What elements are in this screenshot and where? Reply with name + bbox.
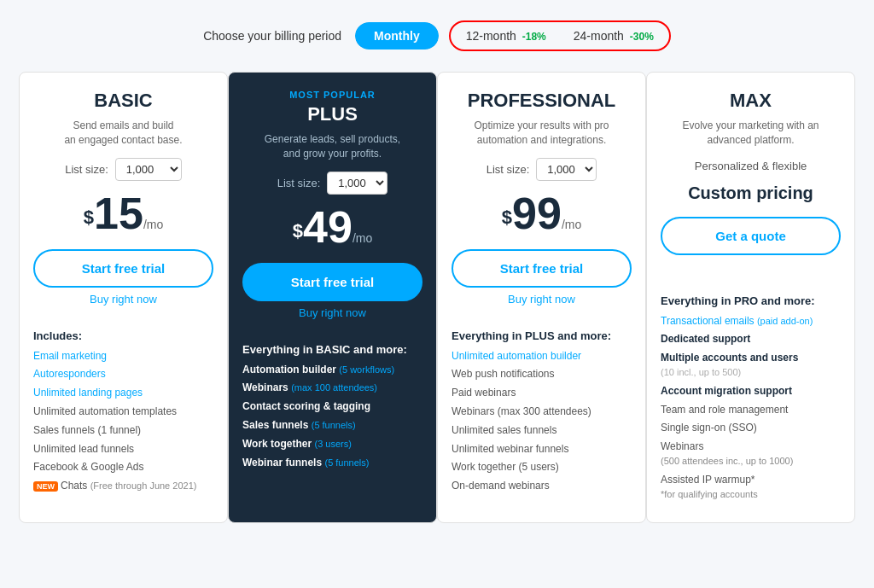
list-size-label-pro: List size: (487, 163, 530, 176)
cta-plus-trial[interactable]: Start free trial (242, 263, 422, 301)
feature-plus-1: Automation builder (5 workflows) (242, 363, 422, 377)
feature-pro-8: On-demand webinars (452, 479, 632, 493)
plan-professional-price: $99/mo (452, 191, 632, 236)
feature-max-2: Dedicated support (661, 332, 841, 346)
feature-max-7: Webinars(500 attendees inc., up to 1000) (661, 440, 841, 469)
feature-pro-2: Web push notifications (452, 367, 632, 381)
most-popular-badge: MOST POPULAR (242, 90, 422, 100)
feature-basic-8: NEWChats (Free through June 2021) (33, 479, 213, 493)
feature-max-3: Multiple accounts and users(10 incl., up… (661, 351, 841, 380)
features-plus: Everything in BASIC and more: Automation… (242, 343, 422, 506)
plan-plus-description: Generate leads, sell products,and grow y… (242, 132, 422, 161)
plan-professional-list-size: List size: 1,000 2,500 5,000 (452, 158, 632, 181)
list-size-select-plus[interactable]: 1,000 2,500 5,000 (327, 172, 387, 195)
feature-basic-3: Unlimited landing pages (33, 386, 213, 400)
billing-monthly-button[interactable]: Monthly (355, 22, 439, 49)
plan-basic-description: Send emails and buildan engaged contact … (33, 119, 213, 148)
price-amount-pro: 99 (512, 189, 562, 238)
list-size-label-plus: List size: (277, 177, 321, 189)
cta-basic-trial[interactable]: Start free trial (33, 249, 213, 288)
billing-24month-label: 24-month (574, 29, 624, 43)
plan-plus: MOST POPULAR PLUS Generate leads, sell p… (228, 72, 437, 523)
plan-professional-description: Optimize your results with proautomation… (452, 119, 632, 148)
feature-pro-6: Unlimited webinar funnels (452, 442, 632, 457)
billing-alt-options: 12-month -18% 24-month -30% (449, 20, 671, 51)
plan-plus-name: PLUS (242, 103, 422, 125)
feature-max-6: Single sign-on (SSO) (661, 421, 841, 435)
feature-plus-4: Sales funnels (5 funnels) (242, 418, 422, 433)
plan-basic: BASIC Send emails and buildan engaged co… (19, 72, 228, 523)
buy-link-basic[interactable]: Buy right now (33, 293, 213, 306)
billing-label: Choose your billing period (203, 29, 341, 43)
plans-container: BASIC Send emails and buildan engaged co… (19, 72, 855, 523)
price-currency-pro: $ (502, 206, 512, 227)
feature-pro-1: Unlimited automation builder (452, 349, 632, 364)
features-basic: Includes: Email marketing Autoresponders… (33, 329, 213, 506)
features-header-basic: Includes: (33, 329, 213, 342)
plan-max-custom-price: Custom pricing (661, 183, 841, 203)
plan-professional: PROFESSIONAL Optimize your results with … (437, 72, 646, 523)
feature-pro-4: Webinars (max 300 attendees) (452, 405, 632, 419)
feature-max-1: Transactional emails (paid add-on) (661, 314, 841, 329)
plan-basic-list-size: List size: 1,000 2,500 5,000 10,000 (33, 158, 213, 181)
feature-basic-6: Unlimited lead funnels (33, 442, 213, 457)
plan-plus-list-size: List size: 1,000 2,500 5,000 (242, 172, 422, 195)
price-period-pro: /mo (562, 218, 581, 231)
plan-max-personalized: Personalized & flexible (695, 160, 807, 172)
price-currency-plus: $ (293, 219, 303, 241)
billing-12month-label: 12-month (466, 29, 516, 43)
plan-max-name: MAX (661, 90, 841, 112)
plan-max-description: Evolve your marketing with anadvanced pl… (661, 119, 841, 148)
cta-max-quote[interactable]: Get a quote (661, 217, 841, 255)
feature-basic-5: Sales funnels (1 funnel) (33, 423, 213, 438)
plan-max: MAX Evolve your marketing with anadvance… (646, 72, 855, 523)
buy-link-plus[interactable]: Buy right now (242, 306, 422, 319)
feature-basic-2: Autoresponders (33, 367, 213, 381)
billing-12month-discount: -18% (522, 31, 546, 43)
list-size-select-pro[interactable]: 1,000 2,500 5,000 (536, 158, 597, 181)
feature-pro-7: Work together (5 users) (452, 460, 632, 474)
plan-basic-name: BASIC (33, 90, 213, 112)
feature-basic-1: Email marketing (33, 349, 213, 364)
price-period-basic: /mo (143, 218, 163, 231)
price-period-plus: /mo (353, 231, 372, 245)
cta-pro-trial[interactable]: Start free trial (452, 249, 632, 288)
features-max: Everything in PRO and more: Transactiona… (661, 294, 841, 506)
buy-link-pro[interactable]: Buy right now (452, 293, 632, 306)
feature-max-4: Account migration support (661, 384, 841, 399)
feature-max-8: Assisted IP warmup**for qualifying accou… (661, 473, 841, 502)
feature-pro-3: Paid webinars (452, 386, 632, 400)
price-amount-basic: 15 (94, 189, 143, 238)
feature-plus-5: Work together (3 users) (242, 437, 422, 451)
plan-plus-price: $49/mo (242, 205, 422, 249)
list-size-select-basic[interactable]: 1,000 2,500 5,000 10,000 (115, 158, 182, 181)
features-professional: Everything in PLUS and more: Unlimited a… (452, 329, 632, 506)
list-size-label: List size: (65, 163, 108, 176)
plan-basic-price: $15/mo (33, 191, 213, 236)
billing-period-toggle: Monthly (355, 22, 439, 49)
feature-plus-2: Webinars (max 100 attendees) (242, 381, 422, 395)
features-header-max: Everything in PRO and more: (661, 294, 841, 307)
features-header-plus: Everything in BASIC and more: (242, 343, 422, 356)
feature-plus-6: Webinar funnels (5 funnels) (242, 456, 422, 470)
feature-basic-4: Unlimited automation templates (33, 405, 213, 419)
plan-professional-name: PROFESSIONAL (452, 90, 632, 112)
feature-plus-3: Contact scoring & tagging (242, 399, 422, 414)
price-amount-plus: 49 (303, 202, 353, 252)
price-currency-basic: $ (84, 206, 94, 227)
billing-24month-button[interactable]: 24-month -30% (560, 24, 667, 48)
billing-selector: Choose your billing period Monthly 12-mo… (17, 17, 857, 51)
billing-24month-discount: -30% (630, 31, 654, 43)
feature-basic-7: Facebook & Google Ads (33, 460, 213, 474)
billing-12month-button[interactable]: 12-month -18% (452, 24, 560, 48)
feature-pro-5: Unlimited sales funnels (452, 423, 632, 438)
features-header-pro: Everything in PLUS and more: (452, 329, 632, 342)
feature-max-5: Team and role management (661, 403, 841, 417)
